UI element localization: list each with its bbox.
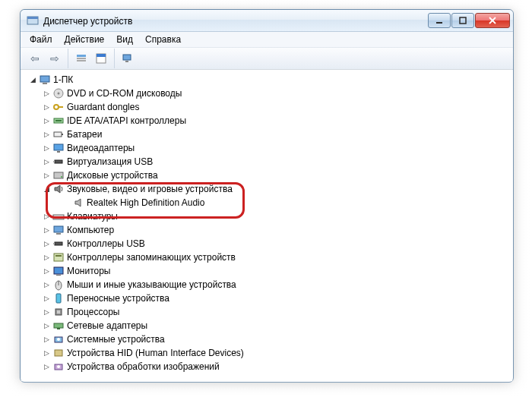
tree-item[interactable]: ▷Мониторы [24, 264, 511, 278]
keyboard-icon [52, 210, 65, 222]
tree-root[interactable]: ◢1-ПК [24, 73, 511, 87]
tree-item-label: Системные устройства [65, 334, 165, 345]
svg-rect-49 [123, 55, 131, 60]
expand-icon[interactable]: ▷ [41, 336, 52, 343]
tree-item[interactable]: ▷Батареи [24, 128, 511, 141]
collapse-icon[interactable]: ◢ [27, 76, 38, 83]
expand-icon[interactable]: ▷ [41, 213, 52, 220]
tree-item-label: Звуковые, видео и игровые устройства [65, 184, 233, 194]
tree-item[interactable]: ▷Guardant dongles [24, 100, 511, 114]
svg-rect-41 [460, 17, 466, 24]
svg-rect-48 [97, 54, 106, 57]
tree-item[interactable]: ▷Компьютер [24, 223, 511, 237]
mouse-icon [52, 279, 65, 291]
tree-item[interactable]: ▷Сетевые адаптеры [24, 319, 511, 332]
expand-icon[interactable]: ▷ [41, 363, 52, 370]
drive-icon [52, 169, 65, 181]
titlebar[interactable]: Диспетчер устройств [21, 10, 513, 32]
menu-help[interactable]: Справка [139, 33, 187, 46]
collapse-icon[interactable]: ◢ [41, 185, 52, 193]
tree-item-label: Переносные устройства [65, 293, 169, 304]
computer-icon [38, 74, 52, 86]
ide-icon [52, 115, 65, 127]
tree-child-item[interactable]: Realtek High Definition Audio [24, 196, 511, 210]
cpu-icon [52, 306, 65, 318]
close-button[interactable] [475, 13, 510, 28]
tree-item[interactable]: ▷Виртуализация USB [24, 155, 511, 169]
svg-rect-44 [77, 55, 86, 57]
expand-icon[interactable]: ▷ [41, 267, 52, 275]
tree-item[interactable]: ◢Звуковые, видео и игровые устройства [24, 182, 511, 196]
device-tree[interactable]: ◢1-ПК▷DVD и CD-ROM дисководы▷Guardant do… [21, 70, 512, 381]
usb-icon [52, 238, 65, 250]
tree-item[interactable]: ▷Дисковые устройства [24, 169, 511, 182]
expand-icon[interactable]: ▷ [41, 117, 52, 124]
expand-icon[interactable]: ▷ [41, 144, 52, 152]
tree-item-label: Мониторы [65, 266, 110, 276]
expand-icon[interactable]: ▷ [41, 349, 52, 357]
tree-item[interactable]: ▷Контроллеры USB [24, 237, 511, 250]
minimize-button[interactable] [428, 13, 451, 28]
mobile-icon [52, 292, 65, 304]
expand-icon[interactable]: ▷ [41, 90, 52, 97]
storage-icon [52, 251, 65, 263]
expand-icon[interactable]: ▷ [41, 103, 52, 111]
tree-item[interactable]: ▷DVD и CD-ROM дисководы [24, 87, 511, 100]
tree-item-label: Компьютер [65, 225, 114, 235]
tree-item-label: Процессоры [65, 307, 120, 317]
expand-icon[interactable]: ▷ [41, 281, 52, 288]
maximize-button[interactable] [451, 13, 474, 28]
expand-icon[interactable]: ▷ [41, 308, 52, 316]
display-icon [52, 142, 65, 154]
expand-icon[interactable]: ▷ [41, 295, 52, 302]
tree-item[interactable]: ▷Клавиатуры [24, 210, 511, 223]
tree-item-label: Мыши и иные указывающие устройства [65, 279, 236, 290]
tree-item-label: DVD и CD-ROM дисководы [65, 88, 182, 99]
menu-action[interactable]: Действие [59, 33, 111, 46]
monitor-icon [52, 265, 65, 277]
window-title: Диспетчер устройств [43, 15, 427, 27]
expand-icon[interactable]: ▷ [41, 172, 52, 179]
svg-rect-50 [125, 61, 128, 62]
tree-item[interactable]: ▷Контроллеры запоминающих устройств [24, 250, 511, 264]
tree-item-label: Видеоадаптеры [65, 143, 135, 153]
tree-item[interactable]: ▷Устройства HID (Human Interface Devices… [24, 346, 511, 360]
expand-icon[interactable]: ▷ [41, 254, 52, 261]
toolbar: ⇦ ⇨ [21, 48, 513, 70]
toolbar-details-button[interactable] [72, 49, 90, 68]
tree-item-label: Контроллеры запоминающих устройств [65, 252, 236, 263]
battery-icon [52, 128, 65, 140]
expand-icon[interactable]: ▷ [41, 240, 52, 247]
expand-icon[interactable]: ▷ [41, 226, 52, 234]
menubar: Файл Действие Вид Справка [21, 32, 513, 48]
tree-item-label: Guardant dongles [65, 102, 139, 112]
expand-icon[interactable]: ▷ [41, 158, 52, 165]
tree-item[interactable]: ▷Устройства обработки изображений [24, 360, 511, 373]
menu-file[interactable]: Файл [24, 33, 59, 46]
sound-icon [52, 183, 65, 195]
hid-icon [52, 347, 65, 359]
disc-icon [52, 87, 65, 99]
menu-view[interactable]: Вид [110, 33, 139, 46]
tree-item-label: Устройства HID (Human Interface Devices) [65, 348, 244, 358]
tree-item[interactable]: ▷Переносные устройства [24, 291, 511, 305]
network-icon [52, 320, 65, 332]
tree-item-label: Сетевые адаптеры [65, 320, 147, 331]
nav-back-button[interactable]: ⇦ [26, 49, 44, 68]
key-icon [52, 101, 65, 113]
toolbar-help-button[interactable] [92, 49, 110, 68]
tree-item-label: Контроллеры USB [65, 238, 145, 249]
toolbar-scan-button[interactable] [119, 49, 137, 68]
expand-icon[interactable]: ▷ [41, 322, 52, 329]
tree-item-label: Батареи [65, 129, 102, 140]
tree-item-label: Дисковые устройства [65, 170, 158, 181]
tree-item[interactable]: ▷Процессоры [24, 305, 511, 319]
tree-item[interactable]: ▷Мыши и иные указывающие устройства [24, 278, 511, 291]
tree-item[interactable]: ▷Видеоадаптеры [24, 141, 511, 155]
tree-panel: ◢1-ПК▷DVD и CD-ROM дисководы▷Guardant do… [21, 69, 512, 381]
nav-forward-button[interactable]: ⇨ [46, 49, 64, 68]
tree-item[interactable]: ▷IDE ATA/ATAPI контроллеры [24, 114, 511, 128]
tree-item[interactable]: ▷Системные устройства [24, 332, 511, 346]
expand-icon[interactable]: ▷ [41, 131, 52, 138]
tree-item-label: Клавиатуры [65, 211, 118, 222]
